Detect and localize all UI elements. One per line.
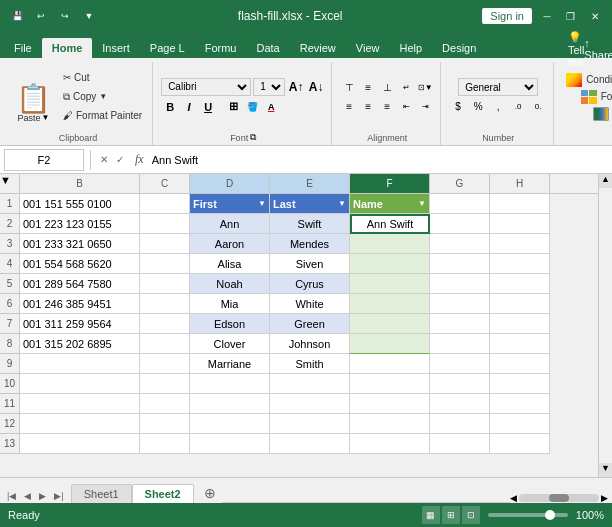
cell-d4[interactable]: Alisa (190, 254, 270, 274)
cell-b6[interactable]: 001 246 385 9451 (20, 294, 140, 314)
cell-f1-dropdown[interactable]: ▼ (418, 199, 426, 208)
italic-button[interactable]: I (180, 98, 198, 116)
font-color-button[interactable]: A (262, 98, 280, 116)
increase-indent-button[interactable]: ⇥ (416, 97, 434, 115)
tab-review[interactable]: Review (290, 38, 346, 58)
cell-d13[interactable] (190, 434, 270, 454)
tab-page-layout[interactable]: Page L (140, 38, 195, 58)
col-header-g[interactable]: G (430, 174, 490, 193)
row-num-13[interactable]: 13 (0, 434, 20, 454)
cell-h6[interactable] (490, 294, 550, 314)
cell-g4[interactable] (430, 254, 490, 274)
cell-e1-dropdown[interactable]: ▼ (338, 199, 346, 208)
cell-e9[interactable]: Smith (270, 354, 350, 374)
merge-cells-button[interactable]: ⊡▼ (416, 78, 434, 96)
h-scroll-track[interactable] (519, 494, 599, 502)
redo-icon[interactable]: ↪ (56, 7, 74, 25)
font-expander-icon[interactable]: ⧉ (250, 132, 256, 143)
cell-b8[interactable]: 001 315 202 6895 (20, 334, 140, 354)
cell-c10[interactable] (140, 374, 190, 394)
col-header-c[interactable]: C (140, 174, 190, 193)
decrease-font-button[interactable]: A↓ (307, 78, 325, 96)
scroll-right-button[interactable]: ▶ (601, 493, 608, 503)
align-top-button[interactable]: ⊤ (340, 78, 358, 96)
cell-styles-button[interactable]: Cell Styles ▼ (589, 106, 612, 122)
cell-g13[interactable] (430, 434, 490, 454)
cell-f6[interactable] (350, 294, 430, 314)
row-num-1[interactable]: 1 (0, 194, 20, 214)
wrap-text-button[interactable]: ↵ (397, 78, 415, 96)
cell-h7[interactable] (490, 314, 550, 334)
cell-c4[interactable] (140, 254, 190, 274)
cancel-formula-button[interactable]: ✕ (97, 153, 111, 166)
sheet-first-button[interactable]: |◀ (4, 489, 19, 503)
cell-d7[interactable]: Edson (190, 314, 270, 334)
sign-in-button[interactable]: Sign in (482, 8, 532, 24)
cell-f3[interactable] (350, 234, 430, 254)
tab-data[interactable]: Data (246, 38, 289, 58)
cell-e8[interactable]: Johnson (270, 334, 350, 354)
increase-decimal-button[interactable]: 0. (529, 97, 547, 115)
cell-e6[interactable]: White (270, 294, 350, 314)
align-left-button[interactable]: ≡ (340, 97, 358, 115)
cell-g8[interactable] (430, 334, 490, 354)
cell-d5[interactable]: Noah (190, 274, 270, 294)
tab-design[interactable]: Design (432, 38, 486, 58)
scroll-up-button[interactable]: ▲ (599, 174, 612, 188)
zoom-thumb[interactable] (545, 510, 555, 520)
cell-b10[interactable] (20, 374, 140, 394)
cell-h5[interactable] (490, 274, 550, 294)
row-num-5[interactable]: 5 (0, 274, 20, 294)
corner-cell[interactable]: ▼ (0, 174, 20, 193)
cell-f7[interactable] (350, 314, 430, 334)
cell-c7[interactable] (140, 314, 190, 334)
row-num-10[interactable]: 10 (0, 374, 20, 394)
vertical-scrollbar[interactable]: ▲ ▼ (598, 174, 612, 477)
underline-button[interactable]: U (199, 98, 217, 116)
cell-c9[interactable] (140, 354, 190, 374)
cell-g3[interactable] (430, 234, 490, 254)
cell-c1[interactable] (140, 194, 190, 214)
row-num-4[interactable]: 4 (0, 254, 20, 274)
cell-h1[interactable] (490, 194, 550, 214)
cell-h4[interactable] (490, 254, 550, 274)
align-center-button[interactable]: ≡ (359, 97, 377, 115)
col-header-d[interactable]: D (190, 174, 270, 193)
cell-f2[interactable]: Ann Swift (350, 214, 430, 234)
cell-e1[interactable]: Last ▼ (270, 194, 350, 214)
tab-home[interactable]: Home (42, 38, 93, 58)
format-painter-button[interactable]: 🖌 Format Painter (59, 107, 146, 125)
tab-help[interactable]: Help (389, 38, 432, 58)
cell-f4[interactable] (350, 254, 430, 274)
cell-g7[interactable] (430, 314, 490, 334)
tab-formulas[interactable]: Formu (195, 38, 247, 58)
cell-d1[interactable]: First ▼ (190, 194, 270, 214)
cell-b9[interactable] (20, 354, 140, 374)
paste-button[interactable]: 📋 Paste ▼ (10, 69, 57, 125)
col-header-b[interactable]: B (20, 174, 140, 193)
align-middle-button[interactable]: ≡ (359, 78, 377, 96)
page-layout-view-button[interactable]: ⊞ (442, 506, 460, 524)
tab-file[interactable]: File (4, 38, 42, 58)
row-num-12[interactable]: 12 (0, 414, 20, 434)
cell-h3[interactable] (490, 234, 550, 254)
cell-d2[interactable]: Ann (190, 214, 270, 234)
cell-c8[interactable] (140, 334, 190, 354)
h-scroll-thumb[interactable] (549, 494, 569, 502)
cell-c5[interactable] (140, 274, 190, 294)
row-num-2[interactable]: 2 (0, 214, 20, 234)
decrease-decimal-button[interactable]: .0 (509, 97, 527, 115)
share-icon[interactable]: ↑ Share (590, 40, 608, 58)
cell-c12[interactable] (140, 414, 190, 434)
cell-d10[interactable] (190, 374, 270, 394)
accounting-button[interactable]: $ (449, 97, 467, 115)
add-sheet-button[interactable]: ⊕ (198, 483, 222, 503)
cell-d8[interactable]: Clover (190, 334, 270, 354)
row-num-11[interactable]: 11 (0, 394, 20, 414)
cell-b5[interactable]: 001 289 564 7580 (20, 274, 140, 294)
cell-b1[interactable]: 001 151 555 0100 (20, 194, 140, 214)
cell-d3[interactable]: Aaron (190, 234, 270, 254)
normal-view-button[interactable]: ▦ (422, 506, 440, 524)
cell-f1[interactable]: Name ▼ (350, 194, 430, 214)
cell-b11[interactable] (20, 394, 140, 414)
